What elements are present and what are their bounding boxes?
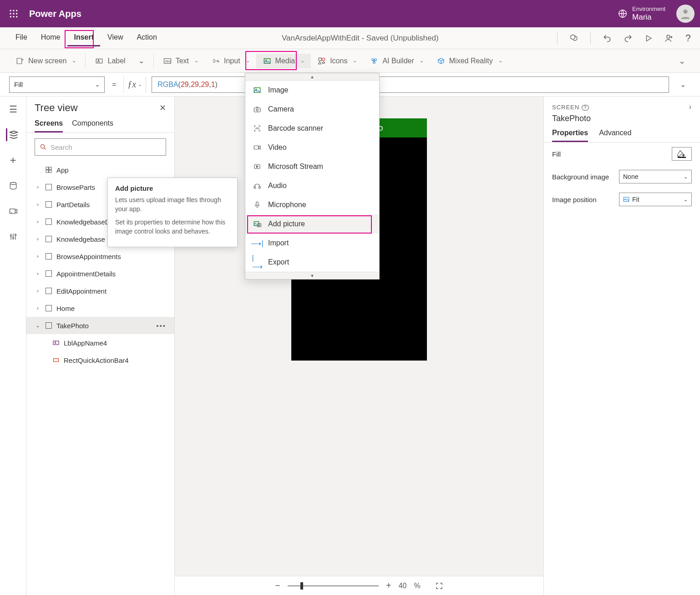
svg-point-7 xyxy=(13,16,14,17)
dd-audio[interactable]: Audio xyxy=(245,176,379,195)
play-icon[interactable] xyxy=(644,34,653,42)
user-avatar[interactable] xyxy=(676,5,695,23)
app-icon xyxy=(45,166,53,174)
dd-barcode[interactable]: Barcode scanner xyxy=(245,119,379,138)
menu-action[interactable]: Action xyxy=(130,30,163,46)
tree-item-browseappointments[interactable]: ›BrowseAppointments xyxy=(26,248,174,265)
prop-fill-color[interactable] xyxy=(672,147,692,161)
tab-components[interactable]: Components xyxy=(72,119,113,132)
menu-insert[interactable]: Insert xyxy=(67,30,100,46)
undo-icon[interactable] xyxy=(603,34,612,43)
prop-pos-dropdown[interactable]: Fit ⌄ xyxy=(619,193,692,206)
formula-expand-icon[interactable]: ⌄ xyxy=(675,80,691,89)
document-title: VanArsdelAppWithEdit - Saved (Unpublishe… xyxy=(163,34,557,43)
svg-point-25 xyxy=(10,183,16,185)
svg-point-12 xyxy=(667,35,670,38)
tree-item-takephoto[interactable]: ⌄TakePhoto••• xyxy=(26,317,174,334)
more-icon[interactable]: ••• xyxy=(156,322,166,330)
help-icon[interactable]: ? xyxy=(685,32,691,44)
chevron-down-icon: ⌄ xyxy=(300,58,304,64)
dd-camera[interactable]: Camera xyxy=(245,100,379,119)
ribbon-input[interactable]: Input⌄ xyxy=(205,54,256,68)
search-icon xyxy=(40,143,47,151)
menu-view[interactable]: View xyxy=(101,30,129,46)
menu-home[interactable]: Home xyxy=(35,30,67,46)
svg-rect-13 xyxy=(17,58,22,64)
zoom-slider[interactable] xyxy=(288,585,379,586)
dd-export[interactable]: |⟶Export xyxy=(245,253,379,272)
app-title: Power Apps xyxy=(29,9,618,19)
menu-bar: File Home Insert View Action VanArsdelAp… xyxy=(0,27,700,49)
props-tab-properties[interactable]: Properties xyxy=(552,129,588,142)
chevron-right-icon[interactable]: › xyxy=(689,103,692,111)
fx-icon[interactable]: ƒx ⌄ xyxy=(123,76,146,93)
screen-plus-icon xyxy=(15,56,25,66)
ribbon-text[interactable]: Abc Text⌄ xyxy=(157,54,205,68)
app-launcher-icon[interactable] xyxy=(5,5,22,22)
hamburger-icon[interactable]: ☰ xyxy=(7,103,20,116)
dd-import[interactable]: ⟶|Import xyxy=(245,234,379,253)
media-rail-icon[interactable] xyxy=(7,205,20,218)
dd-image[interactable]: Image xyxy=(245,81,379,100)
ribbon-new-screen[interactable]: New screen⌄ xyxy=(9,54,82,68)
chevron-down-icon: ⌄ xyxy=(138,56,144,65)
dd-stream[interactable]: Microsoft Stream xyxy=(245,157,379,176)
label-icon xyxy=(95,56,104,66)
dropdown-scroll-up[interactable]: ▲ xyxy=(245,73,379,81)
redo-icon[interactable] xyxy=(624,34,633,43)
insert-rail-icon[interactable]: + xyxy=(7,154,20,167)
svg-point-3 xyxy=(10,13,11,14)
add-picture-icon xyxy=(253,219,262,229)
ribbon-ai-builder[interactable]: AI Builder⌄ xyxy=(363,54,430,68)
tree-item-appointmentdetails[interactable]: ›AppointmentDetails xyxy=(26,265,174,282)
ribbon-label[interactable]: Label ⌄ xyxy=(88,54,150,68)
chevron-down-icon: ⌄ xyxy=(95,81,100,88)
tab-screens[interactable]: Screens xyxy=(35,119,63,132)
tree-item-lblappname[interactable]: LblAppName4 xyxy=(26,334,174,351)
app-checker-icon[interactable] xyxy=(569,34,578,43)
svg-rect-45 xyxy=(254,187,255,189)
tree-item-rectquickaction[interactable]: RectQuickActionBar4 xyxy=(26,351,174,369)
ribbon-expand-icon[interactable]: ⌄ xyxy=(673,56,691,66)
prop-bg-dropdown[interactable]: None⌄ xyxy=(619,170,692,183)
mr-icon xyxy=(436,56,446,66)
video-icon xyxy=(253,143,262,152)
zoom-out-icon[interactable]: − xyxy=(275,580,280,591)
svg-rect-46 xyxy=(259,187,260,189)
ribbon-mixed-reality[interactable]: Mixed Reality⌄ xyxy=(430,54,509,68)
dropdown-scroll-down[interactable]: ▼ xyxy=(245,272,379,279)
data-icon[interactable] xyxy=(7,179,20,192)
tree-view-icon[interactable] xyxy=(6,128,19,141)
prop-bg-label: Background image xyxy=(552,173,614,181)
ribbon-icons[interactable]: Icons⌄ xyxy=(311,54,363,68)
left-rail: ☰ + xyxy=(0,97,26,595)
properties-panel: SCREEN ? › TakePhoto Properties Advanced… xyxy=(543,97,700,595)
advanced-tools-icon[interactable] xyxy=(7,230,20,243)
share-icon[interactable] xyxy=(664,34,674,43)
label-control-icon xyxy=(52,339,60,347)
dd-video[interactable]: Video xyxy=(245,138,379,157)
fullscreen-icon[interactable] xyxy=(435,582,443,590)
zoom-in-icon[interactable]: + xyxy=(386,580,391,591)
tree-item-home[interactable]: ›Home xyxy=(26,300,174,317)
dd-add-picture[interactable]: Add picture xyxy=(245,214,379,234)
environment-value: Maria xyxy=(632,13,665,22)
formula-property-dropdown[interactable]: Fill ⌄ xyxy=(9,76,105,93)
svg-point-29 xyxy=(15,234,16,235)
prop-pos-label: Image position xyxy=(552,196,614,203)
menu-file[interactable]: File xyxy=(9,30,34,46)
tree-search-input[interactable]: Search xyxy=(35,138,166,156)
info-icon[interactable]: ? xyxy=(582,105,589,111)
environment-picker[interactable]: Environment Maria xyxy=(618,5,665,22)
props-tab-advanced[interactable]: Advanced xyxy=(599,129,631,142)
screen-icon xyxy=(45,252,53,260)
ribbon-media[interactable]: Media⌄ xyxy=(256,54,311,68)
tree-view-panel: Tree view ✕ Screens Components Search Ap… xyxy=(26,97,175,595)
dd-microphone[interactable]: Microphone xyxy=(245,195,379,214)
close-icon[interactable]: ✕ xyxy=(159,103,166,113)
formula-input[interactable]: RGBA(29, 29, 29, 1) xyxy=(152,76,669,93)
tree-app[interactable]: App xyxy=(26,161,174,178)
divider xyxy=(590,32,591,45)
svg-point-21 xyxy=(322,58,325,61)
tree-item-editappointment[interactable]: ›EditAppointment xyxy=(26,282,174,300)
